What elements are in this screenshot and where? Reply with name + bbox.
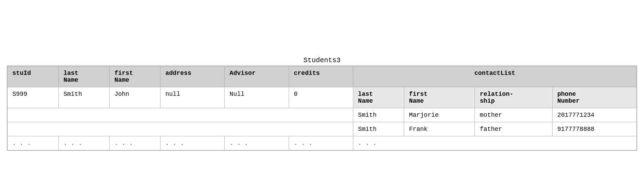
empty-cell-2 [7, 122, 353, 136]
contact-subheader-firstName: firstName [404, 87, 475, 108]
contact-row: Smith Marjorie mother 2017771234 [7, 108, 637, 122]
dots-firstName: . . . [109, 136, 160, 150]
header-row: stuId lastName firstName address Advisor… [7, 66, 637, 87]
col-header-credits: credits [289, 66, 353, 87]
dots-address: . . . [160, 136, 225, 150]
cell-firstName: John [109, 87, 160, 108]
cell-lastName: Smith [58, 87, 109, 108]
dots-contact: . . . [353, 136, 637, 150]
contact-phone-2: 9177778888 [552, 122, 637, 136]
contact-subheader-phoneNumber: phoneNumber [552, 87, 637, 108]
dots-row: . . . . . . . . . . . . . . . . . . . . … [7, 136, 637, 150]
dots-lastName: . . . [58, 136, 109, 150]
col-header-lastName: lastName [58, 66, 109, 87]
cell-credits: 0 [289, 87, 353, 108]
main-table: stuId lastName firstName address Advisor… [7, 66, 637, 151]
contact-lastName-1: Smith [353, 108, 404, 122]
dots-credits: . . . [289, 136, 353, 150]
col-header-advisor: Advisor [225, 66, 289, 87]
col-header-firstName: firstName [109, 66, 160, 87]
contact-subheader-lastName: lastName [353, 87, 404, 108]
contact-relationship-1: mother [475, 108, 552, 122]
contact-firstName-1: Marjorie [404, 108, 475, 122]
col-header-contactList: contactList [353, 66, 637, 87]
table-title: Students3 [303, 56, 341, 64]
cell-address: null [160, 87, 225, 108]
contact-row: Smith Frank father 9177778888 [7, 122, 637, 136]
table-row: S999 Smith John null Null 0 lastName fir… [7, 87, 637, 108]
cell-advisor: Null [225, 87, 289, 108]
cell-stuId: S999 [7, 87, 58, 108]
page-container: Students3 stuId lastName firstName addre… [7, 7, 637, 193]
col-header-stuId: stuId [7, 66, 58, 87]
dots-advisor: . . . [225, 136, 289, 150]
contact-phone-1: 2017771234 [552, 108, 637, 122]
contact-lastName-2: Smith [353, 122, 404, 136]
contact-firstName-2: Frank [404, 122, 475, 136]
empty-cell-1 [7, 108, 353, 122]
contact-relationship-2: father [475, 122, 552, 136]
dots-stuId: . . . [7, 136, 58, 150]
contact-subheader-relationship: relation-ship [475, 87, 552, 108]
col-header-address: address [160, 66, 225, 87]
